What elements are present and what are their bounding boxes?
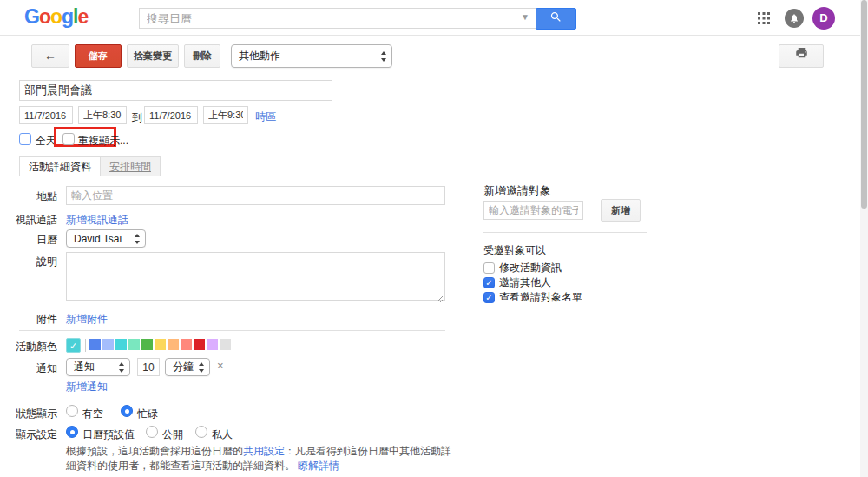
add-attachment-link[interactable]: 新增附件	[66, 312, 108, 327]
page-scrollbar[interactable]	[860, 0, 868, 477]
notification-label: 通知	[0, 361, 57, 376]
add-video-call-link[interactable]: 新增視訊通話	[66, 213, 128, 228]
logo-letter: g	[62, 5, 73, 28]
permission-row-see-guests: ✓ 查看邀請對象名單	[483, 290, 582, 305]
sharing-settings-link[interactable]: 共用設定	[243, 445, 285, 457]
printer-icon	[795, 45, 808, 67]
logo-letter: o	[39, 5, 50, 28]
end-date-input[interactable]	[144, 106, 198, 124]
description-textarea[interactable]	[66, 252, 445, 301]
color-palette	[89, 339, 231, 350]
radio-calendar-default-label: 日曆預設值	[82, 427, 135, 442]
guests-can-title: 受邀對象可以	[483, 243, 546, 258]
footnote-text: 根據預設，這項活動會採用這份日曆的	[66, 445, 243, 457]
select-stepper-icon	[135, 234, 141, 244]
logo-letter: o	[50, 5, 62, 28]
show-me-as-label: 狀態顯示	[0, 407, 57, 421]
scrollbar-thumb[interactable]	[861, 0, 867, 209]
tab-find-time[interactable]: 安排時間	[101, 156, 161, 176]
color-swatch[interactable]	[207, 339, 218, 350]
color-swatch[interactable]	[128, 339, 140, 350]
learn-more-link[interactable]: 瞭解詳情	[298, 460, 339, 472]
remove-notification-icon[interactable]: ×	[217, 359, 224, 372]
all-day-checkbox[interactable]	[19, 133, 31, 145]
tabs: 活動詳細資料 安排時間	[19, 156, 161, 176]
more-actions-select[interactable]: 其他動作	[231, 44, 392, 68]
guest-email-input[interactable]	[483, 201, 583, 220]
location-input[interactable]	[66, 186, 445, 205]
repeat-label: 重複顯示...	[78, 134, 128, 149]
calendar-select[interactable]: David Tsai	[66, 229, 146, 248]
color-swatch[interactable]	[220, 339, 231, 350]
video-call-label: 視訊通話	[0, 213, 57, 228]
sharing-footnote: 根據預設，這項活動會採用這份日曆的共用設定：凡是看得到這份日曆中其他活動詳細資料…	[66, 444, 457, 474]
see-guest-list-checkbox[interactable]: ✓	[483, 292, 495, 303]
save-button[interactable]: 儲存	[75, 44, 122, 68]
notification-minutes-input[interactable]	[137, 358, 160, 376]
calendar-label: 日曆	[0, 233, 57, 248]
search-field-wrap: ▼	[139, 8, 536, 29]
visibility-label: 顯示設定	[0, 427, 57, 442]
color-swatch[interactable]	[194, 339, 205, 350]
apps-grid-icon[interactable]	[757, 11, 771, 25]
back-button[interactable]: ←	[31, 44, 69, 68]
radio-busy-label: 忙碌	[137, 407, 158, 421]
account-avatar[interactable]: D	[812, 7, 835, 30]
notifications-bell-icon[interactable]	[785, 9, 804, 28]
color-swatch[interactable]	[89, 339, 101, 350]
search-icon	[549, 10, 562, 27]
search-button[interactable]	[536, 8, 576, 30]
selected-color-swatch[interactable]: ✓	[66, 338, 81, 353]
radio-private[interactable]	[195, 426, 207, 438]
discard-changes-button[interactable]: 捨棄變更	[127, 44, 179, 68]
radio-available-label: 有空	[82, 407, 103, 421]
radio-busy[interactable]	[121, 405, 133, 417]
add-notification-link[interactable]: 新增通知	[66, 380, 108, 394]
permission-row-modify: 修改活動資訊	[483, 261, 562, 275]
google-logo[interactable]: Google	[24, 5, 88, 29]
resize-grip-icon[interactable]	[436, 291, 444, 307]
color-swatch[interactable]	[102, 339, 114, 350]
start-time-input[interactable]	[78, 106, 127, 124]
color-swatch[interactable]	[168, 339, 179, 350]
search-input[interactable]	[139, 8, 536, 29]
event-color-label: 活動顏色	[0, 340, 57, 354]
notification-type-value: 通知	[74, 360, 95, 374]
select-stepper-icon	[199, 362, 205, 373]
color-swatch[interactable]	[181, 339, 192, 350]
event-title-input[interactable]	[19, 80, 332, 101]
search-dropdown-caret-icon[interactable]: ▼	[521, 12, 529, 22]
location-label: 地點	[0, 189, 57, 204]
radio-public-label: 公開	[162, 427, 183, 442]
palette-separator	[85, 339, 86, 352]
radio-calendar-default[interactable]	[66, 426, 78, 438]
color-swatch[interactable]	[155, 339, 166, 350]
print-button[interactable]	[779, 44, 824, 68]
section-divider	[19, 330, 445, 331]
color-swatch[interactable]	[115, 339, 127, 350]
radio-available[interactable]	[66, 405, 78, 417]
invite-others-checkbox[interactable]: ✓	[483, 277, 495, 288]
permission-row-invite: ✓ 邀請其他人	[483, 275, 551, 290]
timezone-link[interactable]: 時區	[255, 109, 276, 124]
radio-public[interactable]	[146, 426, 158, 438]
guests-divider	[483, 232, 647, 233]
logo-letter: G	[24, 5, 39, 28]
modify-event-checkbox[interactable]	[483, 262, 495, 274]
more-actions-value: 其他動作	[239, 49, 280, 63]
color-swatch[interactable]	[141, 339, 153, 350]
repeat-checkbox[interactable]	[62, 133, 75, 145]
tab-event-details[interactable]: 活動詳細資料	[19, 156, 101, 176]
select-stepper-icon	[119, 362, 125, 373]
notification-unit-select[interactable]: 分鐘	[165, 358, 210, 376]
calendar-edit-event-page: Google ▼ D ← 儲存 捨棄變更 刪除 其他動作 到	[0, 0, 868, 477]
start-date-input[interactable]	[19, 106, 73, 124]
delete-button[interactable]: 刪除	[184, 44, 220, 68]
invite-others-label: 邀請其他人	[499, 275, 551, 290]
attachment-label: 附件	[0, 312, 57, 327]
top-header: Google ▼ D	[0, 0, 868, 36]
notification-type-select[interactable]: 通知	[66, 358, 130, 376]
select-stepper-icon	[381, 51, 387, 62]
add-guest-button[interactable]: 新增	[601, 199, 641, 222]
end-time-input[interactable]	[203, 106, 248, 124]
